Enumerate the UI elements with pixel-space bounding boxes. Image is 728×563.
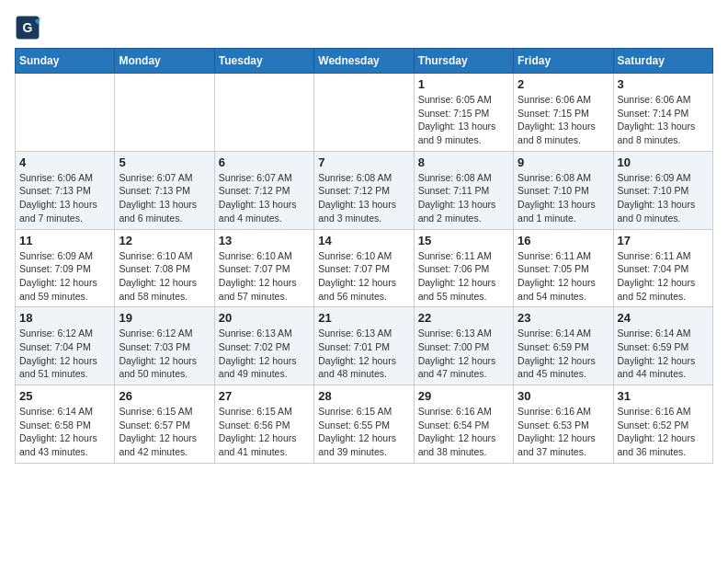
calendar-cell <box>314 74 414 152</box>
calendar-cell: 16Sunrise: 6:11 AM Sunset: 7:05 PM Dayli… <box>514 229 613 307</box>
day-number: 11 <box>19 234 110 247</box>
day-info: Sunrise: 6:06 AM Sunset: 7:15 PM Dayligh… <box>518 93 609 147</box>
day-info: Sunrise: 6:12 AM Sunset: 7:04 PM Dayligh… <box>19 327 110 381</box>
calendar-cell: 14Sunrise: 6:10 AM Sunset: 7:07 PM Dayli… <box>314 229 414 307</box>
calendar-cell: 10Sunrise: 6:09 AM Sunset: 7:10 PM Dayli… <box>613 151 712 229</box>
day-info: Sunrise: 6:10 AM Sunset: 7:08 PM Dayligh… <box>119 249 210 304</box>
calendar-cell: 4Sunrise: 6:06 AM Sunset: 7:13 PM Daylig… <box>16 151 115 229</box>
day-info: Sunrise: 6:08 AM Sunset: 7:12 PM Dayligh… <box>318 171 409 225</box>
day-number: 18 <box>19 311 110 325</box>
day-number: 2 <box>518 77 609 91</box>
day-info: Sunrise: 6:16 AM Sunset: 6:52 PM Dayligh… <box>618 405 709 459</box>
day-number: 20 <box>219 311 310 325</box>
day-number: 27 <box>219 389 310 403</box>
day-info: Sunrise: 6:14 AM Sunset: 6:59 PM Dayligh… <box>618 327 709 381</box>
day-number: 6 <box>219 155 310 169</box>
calendar-cell <box>16 74 115 152</box>
header: G <box>15 15 713 40</box>
day-info: Sunrise: 6:11 AM Sunset: 7:05 PM Dayligh… <box>518 249 609 304</box>
day-info: Sunrise: 6:05 AM Sunset: 7:15 PM Dayligh… <box>418 93 509 147</box>
calendar-cell: 22Sunrise: 6:13 AM Sunset: 7:00 PM Dayli… <box>414 307 513 385</box>
calendar-cell: 17Sunrise: 6:11 AM Sunset: 7:04 PM Dayli… <box>613 229 712 307</box>
day-number: 8 <box>418 155 509 169</box>
day-number: 12 <box>119 234 210 247</box>
day-number: 14 <box>318 234 409 247</box>
day-info: Sunrise: 6:09 AM Sunset: 7:09 PM Dayligh… <box>19 249 110 304</box>
day-info: Sunrise: 6:06 AM Sunset: 7:14 PM Dayligh… <box>618 93 709 147</box>
day-info: Sunrise: 6:08 AM Sunset: 7:11 PM Dayligh… <box>418 171 509 225</box>
calendar-cell: 2Sunrise: 6:06 AM Sunset: 7:15 PM Daylig… <box>514 74 613 152</box>
column-header-thursday: Thursday <box>414 49 513 74</box>
day-number: 26 <box>119 389 210 403</box>
calendar: SundayMondayTuesdayWednesdayThursdayFrid… <box>15 48 713 464</box>
week-row-2: 4Sunrise: 6:06 AM Sunset: 7:13 PM Daylig… <box>16 151 713 229</box>
calendar-cell: 8Sunrise: 6:08 AM Sunset: 7:11 PM Daylig… <box>414 151 513 229</box>
calendar-cell: 30Sunrise: 6:16 AM Sunset: 6:53 PM Dayli… <box>514 385 613 464</box>
calendar-cell: 19Sunrise: 6:12 AM Sunset: 7:03 PM Dayli… <box>115 307 214 385</box>
calendar-cell: 21Sunrise: 6:13 AM Sunset: 7:01 PM Dayli… <box>314 307 414 385</box>
calendar-cell: 5Sunrise: 6:07 AM Sunset: 7:13 PM Daylig… <box>115 151 214 229</box>
calendar-cell: 18Sunrise: 6:12 AM Sunset: 7:04 PM Dayli… <box>16 307 115 385</box>
day-info: Sunrise: 6:07 AM Sunset: 7:12 PM Dayligh… <box>219 171 310 225</box>
day-info: Sunrise: 6:15 AM Sunset: 6:56 PM Dayligh… <box>219 405 310 459</box>
day-number: 15 <box>418 234 509 247</box>
column-header-tuesday: Tuesday <box>214 49 313 74</box>
calendar-cell <box>214 74 313 152</box>
svg-text:G: G <box>23 20 33 35</box>
week-row-1: 1Sunrise: 6:05 AM Sunset: 7:15 PM Daylig… <box>16 74 713 152</box>
column-header-wednesday: Wednesday <box>314 49 414 74</box>
day-number: 16 <box>518 234 609 247</box>
day-info: Sunrise: 6:11 AM Sunset: 7:04 PM Dayligh… <box>618 249 709 304</box>
day-number: 19 <box>119 311 210 325</box>
day-number: 30 <box>518 389 609 403</box>
calendar-cell: 31Sunrise: 6:16 AM Sunset: 6:52 PM Dayli… <box>613 385 712 464</box>
logo-icon: G <box>15 15 40 40</box>
calendar-cell: 24Sunrise: 6:14 AM Sunset: 6:59 PM Dayli… <box>613 307 712 385</box>
day-info: Sunrise: 6:09 AM Sunset: 7:10 PM Dayligh… <box>618 171 709 225</box>
calendar-cell: 9Sunrise: 6:08 AM Sunset: 7:10 PM Daylig… <box>514 151 613 229</box>
day-number: 3 <box>618 77 709 91</box>
day-number: 17 <box>618 234 709 247</box>
day-info: Sunrise: 6:06 AM Sunset: 7:13 PM Dayligh… <box>19 171 110 225</box>
calendar-cell: 1Sunrise: 6:05 AM Sunset: 7:15 PM Daylig… <box>414 74 513 152</box>
day-number: 5 <box>119 155 210 169</box>
day-info: Sunrise: 6:14 AM Sunset: 6:58 PM Dayligh… <box>19 405 110 459</box>
day-info: Sunrise: 6:07 AM Sunset: 7:13 PM Dayligh… <box>119 171 210 225</box>
column-header-friday: Friday <box>514 49 613 74</box>
calendar-cell: 28Sunrise: 6:15 AM Sunset: 6:55 PM Dayli… <box>314 385 414 464</box>
day-number: 10 <box>618 155 709 169</box>
calendar-cell: 12Sunrise: 6:10 AM Sunset: 7:08 PM Dayli… <box>115 229 214 307</box>
calendar-cell: 23Sunrise: 6:14 AM Sunset: 6:59 PM Dayli… <box>514 307 613 385</box>
day-number: 4 <box>19 155 110 169</box>
calendar-cell <box>115 74 214 152</box>
calendar-cell: 27Sunrise: 6:15 AM Sunset: 6:56 PM Dayli… <box>214 385 313 464</box>
week-row-5: 25Sunrise: 6:14 AM Sunset: 6:58 PM Dayli… <box>16 385 713 464</box>
day-info: Sunrise: 6:08 AM Sunset: 7:10 PM Dayligh… <box>518 171 609 225</box>
day-number: 22 <box>418 311 509 325</box>
day-number: 29 <box>418 389 509 403</box>
day-info: Sunrise: 6:16 AM Sunset: 6:54 PM Dayligh… <box>418 405 509 459</box>
calendar-cell: 11Sunrise: 6:09 AM Sunset: 7:09 PM Dayli… <box>16 229 115 307</box>
day-number: 7 <box>318 155 409 169</box>
day-number: 21 <box>318 311 409 325</box>
calendar-header-row: SundayMondayTuesdayWednesdayThursdayFrid… <box>16 49 713 74</box>
calendar-cell: 25Sunrise: 6:14 AM Sunset: 6:58 PM Dayli… <box>16 385 115 464</box>
calendar-cell: 15Sunrise: 6:11 AM Sunset: 7:06 PM Dayli… <box>414 229 513 307</box>
day-info: Sunrise: 6:10 AM Sunset: 7:07 PM Dayligh… <box>318 249 409 304</box>
day-number: 13 <box>219 234 310 247</box>
day-info: Sunrise: 6:14 AM Sunset: 6:59 PM Dayligh… <box>518 327 609 381</box>
calendar-cell: 3Sunrise: 6:06 AM Sunset: 7:14 PM Daylig… <box>613 74 712 152</box>
calendar-cell: 29Sunrise: 6:16 AM Sunset: 6:54 PM Dayli… <box>414 385 513 464</box>
day-info: Sunrise: 6:12 AM Sunset: 7:03 PM Dayligh… <box>119 327 210 381</box>
day-info: Sunrise: 6:15 AM Sunset: 6:55 PM Dayligh… <box>318 405 409 459</box>
column-header-saturday: Saturday <box>613 49 712 74</box>
day-info: Sunrise: 6:13 AM Sunset: 7:01 PM Dayligh… <box>318 327 409 381</box>
day-number: 9 <box>518 155 609 169</box>
calendar-cell: 7Sunrise: 6:08 AM Sunset: 7:12 PM Daylig… <box>314 151 414 229</box>
day-info: Sunrise: 6:15 AM Sunset: 6:57 PM Dayligh… <box>119 405 210 459</box>
calendar-cell: 26Sunrise: 6:15 AM Sunset: 6:57 PM Dayli… <box>115 385 214 464</box>
day-info: Sunrise: 6:10 AM Sunset: 7:07 PM Dayligh… <box>219 249 310 304</box>
day-info: Sunrise: 6:11 AM Sunset: 7:06 PM Dayligh… <box>418 249 509 304</box>
day-number: 25 <box>19 389 110 403</box>
day-info: Sunrise: 6:13 AM Sunset: 7:02 PM Dayligh… <box>219 327 310 381</box>
